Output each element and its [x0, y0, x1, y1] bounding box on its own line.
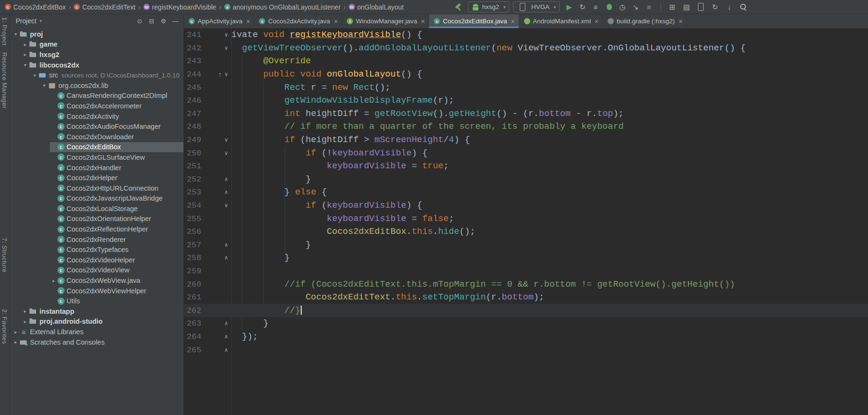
code-line[interactable]: 254∨if (keyboardVisible) { — [184, 199, 868, 212]
code-line[interactable]: 250∨if (!keyboardVisible) { — [184, 146, 868, 160]
tree-item[interactable]: ▾proj — [10, 29, 183, 39]
line-number[interactable]: 245 — [184, 83, 205, 92]
line-number[interactable]: 256 — [184, 227, 205, 236]
code-line[interactable]: 243@Override — [184, 55, 868, 68]
profiler-button[interactable]: ◷ — [617, 2, 628, 12]
line-number[interactable]: 241 — [184, 30, 205, 39]
line-number[interactable]: 265 — [184, 346, 205, 355]
code-line[interactable]: 244↑∨public void onGlobalLayout() { — [184, 68, 868, 81]
line-number[interactable]: 258 — [184, 253, 205, 262]
tree-item[interactable]: cCocos2dxReflectionHelper — [10, 224, 183, 234]
editor-tab[interactable]: cAppActivity.java× — [184, 14, 254, 28]
hide-panel-icon[interactable]: ― — [170, 16, 181, 26]
code-line[interactable]: 261Cocos2dxEditText.this.setTopMargin(r.… — [184, 291, 868, 304]
tree-item[interactable]: ▸game — [10, 39, 183, 50]
tree-item[interactable]: cCocos2dxRenderer — [10, 234, 183, 245]
line-number[interactable]: 244 — [184, 70, 205, 79]
tree-item[interactable]: cCocos2dxDownloader — [10, 132, 183, 142]
code-line[interactable]: 263∧} — [184, 317, 868, 330]
close-tab-icon[interactable]: × — [511, 18, 515, 25]
tree-item[interactable]: cCocos2dxHandler — [10, 163, 183, 173]
code-line[interactable]: 255keyboardVisible = false; — [184, 212, 868, 225]
tree-item[interactable]: cCocos2dxVideoView — [10, 265, 183, 276]
sdk-manager-icon[interactable]: ↓ — [724, 2, 735, 12]
tool-stripe-favorites[interactable]: 2: Favorites — [1, 309, 8, 344]
fold-collapse-icon[interactable]: ∨ — [223, 150, 229, 157]
tree-item[interactable]: ▸instantapp — [10, 306, 183, 317]
expand-down-icon[interactable]: ▾ — [31, 73, 38, 78]
tree-item[interactable]: ▸≡External Libraries — [10, 327, 183, 337]
expand-right-icon[interactable]: ▸ — [21, 42, 29, 47]
fold-expand-icon[interactable]: ∧ — [223, 241, 229, 249]
fold-collapse-icon[interactable]: ∨ — [223, 45, 229, 52]
tree-item[interactable]: ▸proj.android-studio — [10, 317, 183, 327]
close-tab-icon[interactable]: × — [421, 18, 425, 25]
line-number[interactable]: 250 — [184, 149, 205, 158]
code-line[interactable]: 247int heightDiff = getRootView().getHei… — [184, 107, 868, 121]
tree-item[interactable]: cCanvasRenderingContext2DImpl — [10, 91, 183, 101]
editor-tab[interactable]: cCocos2dxActivity.java× — [254, 14, 342, 28]
tree-item[interactable]: cCocos2dxEditBox — [10, 142, 183, 153]
fold-collapse-icon[interactable]: ∨ — [223, 71, 229, 78]
attach-debugger-icon[interactable]: ↘ — [630, 2, 641, 12]
code-line[interactable]: 252∧} — [184, 173, 868, 186]
code-line[interactable]: 259 — [184, 265, 868, 278]
line-number[interactable]: 257 — [184, 241, 205, 250]
breadcrumb-item[interactable]: cCocos2dxEditBox — [4, 3, 67, 11]
line-number[interactable]: 262 — [184, 306, 205, 315]
breadcrumb-item[interactable]: aanonymous OnGlobalLayoutListener — [223, 3, 342, 11]
expand-down-icon[interactable]: ▾ — [12, 31, 19, 37]
tree-item[interactable]: cCocos2dxJavascriptJavaBridge — [10, 193, 183, 204]
tree-item[interactable]: cCocos2dxTypefaces — [10, 244, 183, 255]
tree-item[interactable]: cUtils — [10, 296, 183, 306]
expand-right-icon[interactable]: ▸ — [12, 329, 19, 335]
editor-tab[interactable]: cCocos2dxEditBox.java× — [429, 14, 519, 28]
tree-item[interactable]: ▸Scratches and Consoles — [10, 337, 183, 347]
code-line[interactable]: 256Cocos2dxEditBox.this.hide(); — [184, 225, 868, 239]
close-tab-icon[interactable]: × — [334, 18, 338, 25]
run-button[interactable]: ▶ — [563, 2, 575, 12]
tool-stripe-structure[interactable]: 7: Structure — [1, 238, 8, 272]
tree-item[interactable]: cCocos2dxWebViewHelper — [10, 286, 183, 296]
code-line[interactable]: 260//if (Cocos2dxEditText.this.mTopMargi… — [184, 278, 868, 291]
close-tab-icon[interactable]: × — [595, 18, 599, 25]
expand-right-icon[interactable]: ▸ — [21, 52, 29, 57]
line-number[interactable]: 243 — [184, 57, 205, 66]
line-number[interactable]: 247 — [184, 109, 205, 118]
expand-down-icon[interactable]: ▾ — [21, 62, 29, 68]
code-line[interactable]: 249∨if (heightDiff > mScreenHeight/4) { — [184, 134, 868, 147]
chevron-down-icon[interactable]: ▾ — [40, 19, 42, 23]
tree-item[interactable]: ▸cCocos2dxWebView.java — [10, 275, 183, 286]
fold-expand-icon[interactable]: ∧ — [223, 254, 229, 261]
line-number[interactable]: 261 — [184, 293, 205, 302]
code-editor[interactable]: 241∨ivate void registKeyboardVisible() {… — [184, 29, 868, 415]
fold-expand-icon[interactable]: ∧ — [223, 176, 229, 183]
tree-item[interactable]: cCocos2dxActivity — [10, 111, 183, 122]
line-number[interactable]: 260 — [184, 280, 205, 289]
breadcrumb-item[interactable]: monGlobalLayout — [348, 3, 405, 11]
build-icon[interactable] — [453, 2, 464, 12]
code-line[interactable]: 265∧ — [184, 343, 868, 357]
tool-stripe-project[interactable]: 1: Project — [1, 17, 8, 46]
expand-right-icon[interactable]: ▸ — [21, 319, 29, 324]
device-manager-icon[interactable] — [695, 2, 706, 12]
code-line[interactable]: 241∨ivate void registKeyboardVisible() { — [184, 29, 868, 42]
line-number[interactable]: 253 — [184, 188, 205, 197]
tree-item[interactable]: ▾org.cocos2dx.lib — [10, 80, 183, 91]
code-line[interactable]: 248// if more than a quarter of the scre… — [184, 120, 868, 134]
code-line[interactable]: 253∧} else { — [184, 186, 868, 199]
debug-button[interactable] — [603, 2, 615, 12]
fold-collapse-icon[interactable]: ∨ — [223, 31, 229, 39]
code-line[interactable]: 264∧}); — [184, 330, 868, 344]
line-number[interactable]: 248 — [184, 122, 205, 131]
tree-item[interactable]: cCocos2dxHttpURLConnection — [10, 183, 183, 193]
line-number[interactable]: 251 — [184, 162, 205, 171]
code-line[interactable]: 258∧} — [184, 251, 868, 265]
device-selector[interactable]: HVGA ▾ — [513, 1, 560, 12]
fold-collapse-icon[interactable]: ∨ — [223, 202, 229, 209]
tree-item[interactable]: cCocos2dxAccelerometer — [10, 101, 183, 111]
tree-item[interactable]: cCocos2dxVideoHelper — [10, 255, 183, 265]
tree-item[interactable]: cCocos2dxGLSurfaceView — [10, 152, 183, 163]
layout-inspector-icon[interactable]: ⊞ — [667, 2, 678, 12]
tree-item[interactable]: ▸hxsg2 — [10, 49, 183, 60]
